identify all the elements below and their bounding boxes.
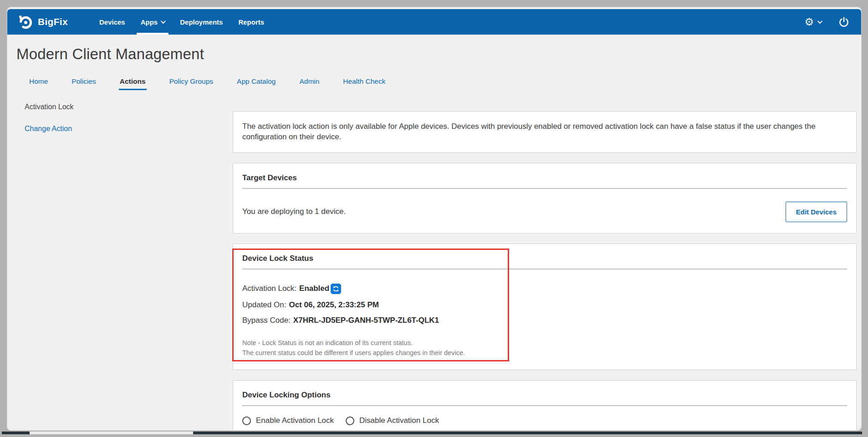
status-rows: Activation Lock: Enabled Updat (242, 271, 847, 328)
target-devices-row: You are deploying to 1 device. Edit Devi… (242, 191, 847, 225)
edit-devices-button[interactable]: Edit Devices (786, 202, 847, 222)
target-devices-panel: Target Devices You are deploying to 1 de… (233, 163, 857, 234)
tab-admin[interactable]: Admin (294, 75, 325, 90)
tab-actions[interactable]: Actions (114, 75, 151, 90)
nav-item-apps[interactable]: Apps (133, 9, 173, 35)
divider (242, 405, 847, 406)
scrollbar-thumb[interactable] (30, 432, 193, 434)
app-window: BigFix Devices Apps Deployments Reports … (7, 7, 862, 431)
note-line-2: The current status could be different if… (242, 348, 847, 358)
scrollbar-track-right (193, 432, 862, 434)
tab-bar: Home Policies Actions Policy Groups App … (7, 63, 861, 90)
target-devices-heading: Target Devices (242, 172, 847, 188)
bypass-code-row: Bypass Code: X7HRL-JD5EP-GANH-5TWP-ZL6T-… (242, 313, 847, 328)
tab-app-catalog[interactable]: App Catalog (231, 75, 281, 90)
tab-policies[interactable]: Policies (66, 75, 101, 90)
sidebar: Activation Lock Change Action (7, 100, 233, 431)
bigfix-brand[interactable]: BigFix (18, 15, 68, 30)
device-locking-options-panel: Device Locking Options Enable Activation… (233, 380, 857, 431)
bypass-code-label: Bypass Code: (242, 316, 291, 325)
page-title: Modern Client Management (7, 35, 861, 63)
content-area: Activation Lock Change Action The activa… (7, 100, 861, 431)
disable-option-label: Disable Activation Lock (359, 416, 439, 425)
bypass-code-value: X7HRL-JD5EP-GANH-5TWP-ZL6T-QLK1 (293, 316, 439, 325)
enable-option-label: Enable Activation Lock (256, 416, 334, 425)
note-line-1: Note - Lock Status is not an indication … (242, 338, 847, 348)
enable-activation-lock-option[interactable]: Enable Activation Lock (242, 416, 334, 425)
sidebar-item-activation-lock[interactable]: Activation Lock (25, 103, 233, 111)
locking-options-row: Enable Activation Lock Disable Activatio… (242, 408, 847, 429)
lock-status-note: Note - Lock Status is not an indication … (242, 328, 847, 362)
refresh-icon (332, 285, 340, 293)
disable-activation-lock-option[interactable]: Disable Activation Lock (346, 416, 439, 425)
power-icon[interactable] (838, 16, 849, 27)
nav-item-label: Apps (141, 18, 158, 26)
updated-on-value: Oct 06, 2025, 2:33:25 PM (289, 300, 379, 310)
info-banner-text: The activation lock action is only avail… (242, 120, 847, 144)
deploy-count-text: You are deploying to 1 device. (242, 207, 346, 216)
activation-lock-row: Activation Lock: Enabled (242, 280, 847, 297)
gear-icon: ⚙ (804, 17, 814, 27)
chevron-down-icon (161, 19, 166, 24)
tab-home[interactable]: Home (24, 75, 53, 90)
chevron-down-icon (817, 19, 822, 24)
nav-item-deployments[interactable]: Deployments (172, 9, 230, 35)
nav-right-controls: ⚙ (804, 16, 849, 27)
nav-item-reports[interactable]: Reports (230, 9, 272, 35)
settings-menu[interactable]: ⚙ (804, 17, 821, 27)
activation-lock-label: Activation Lock: (242, 284, 296, 293)
sidebar-item-change-action[interactable]: Change Action (25, 125, 233, 133)
screen: { "nav": { "brand": "BigFix", "items": [… (0, 0, 868, 437)
nav-item-label: Reports (238, 18, 264, 26)
device-lock-status-panel: Device Lock Status Activation Lock: Enab… (233, 244, 857, 371)
tab-policy-groups[interactable]: Policy Groups (164, 75, 219, 90)
device-lock-status-heading: Device Lock Status (242, 252, 847, 269)
radio-unchecked-icon[interactable] (242, 417, 251, 425)
updated-on-label: Updated On: (242, 300, 286, 310)
top-navbar: BigFix Devices Apps Deployments Reports … (7, 9, 861, 35)
main-column: The activation lock action is only avail… (233, 100, 857, 431)
refresh-status-button[interactable] (331, 284, 341, 294)
horizontal-scrollbar[interactable] (2, 432, 862, 434)
device-locking-options-heading: Device Locking Options (242, 389, 847, 405)
scrollbar-track-left (2, 432, 30, 434)
bigfix-logo-icon (18, 15, 33, 30)
nav-item-devices[interactable]: Devices (92, 9, 133, 35)
divider (242, 188, 847, 189)
radio-unchecked-icon[interactable] (346, 417, 354, 425)
nav-item-label: Devices (99, 18, 125, 26)
tab-health-check[interactable]: Health Check (337, 75, 391, 90)
info-banner-panel: The activation lock action is only avail… (233, 111, 857, 153)
nav-menu: Devices Apps Deployments Reports (92, 9, 272, 35)
nav-item-label: Deployments (180, 18, 223, 26)
divider (242, 269, 847, 269)
updated-on-row: Updated On: Oct 06, 2025, 2:33:25 PM (242, 297, 847, 313)
activation-lock-value: Enabled (299, 284, 329, 293)
brand-name: BigFix (38, 16, 68, 27)
